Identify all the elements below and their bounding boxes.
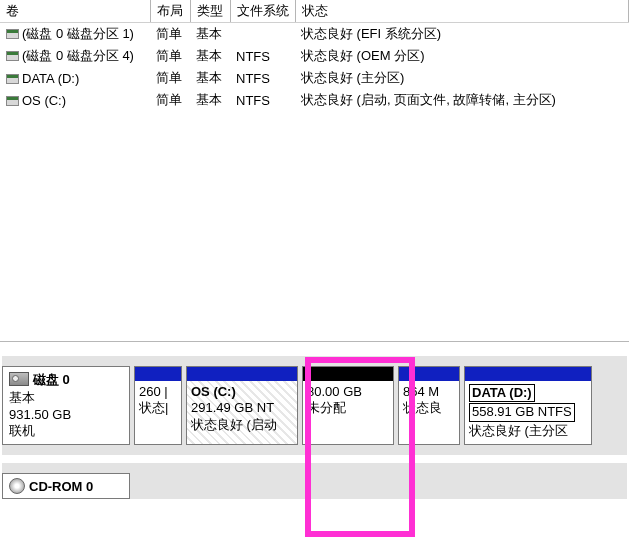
volume-name: OS (C:) [22, 93, 66, 108]
volume-icon [6, 96, 19, 106]
cdrom-icon [9, 478, 25, 494]
volume-name: (磁盘 0 磁盘分区 4) [22, 48, 134, 63]
volume-row[interactable]: DATA (D:)简单基本NTFS状态良好 (主分区) [0, 67, 629, 89]
volume-icon [6, 51, 19, 61]
volume-type: 基本 [190, 67, 230, 89]
partition-block[interactable]: OS (C:)291.49 GB NT状态良好 (启动 [186, 366, 298, 445]
hard-disk-icon [9, 372, 29, 386]
disk-capacity: 931.50 GB [9, 407, 71, 422]
volume-layout: 简单 [150, 67, 190, 89]
disk-label[interactable]: 磁盘 0 基本 931.50 GB 联机 [2, 366, 130, 445]
cdrom-label[interactable]: CD-ROM 0 [2, 473, 130, 499]
volume-type: 基本 [190, 23, 230, 46]
disk-kind: 基本 [9, 390, 35, 405]
partition-body: OS (C:)291.49 GB NT状态良好 (启动 [187, 381, 297, 444]
volume-icon [6, 29, 19, 39]
cdrom-title: CD-ROM 0 [29, 479, 93, 494]
volume-type: 基本 [190, 89, 230, 111]
disk-title: 磁盘 0 [33, 372, 70, 387]
volume-name: DATA (D:) [22, 71, 79, 86]
partition-block[interactable]: 260 |状态| [134, 366, 182, 445]
disk-graphic-pane: 磁盘 0 基本 931.50 GB 联机 260 |状态|OS (C:)291.… [0, 341, 629, 499]
volume-fs: NTFS [230, 67, 295, 89]
volume-status: 状态良好 (OEM 分区) [295, 45, 629, 67]
volume-fs [230, 23, 295, 46]
cdrom-row: CD-ROM 0 [2, 463, 627, 499]
volume-fs: NTFS [230, 89, 295, 111]
volume-name: (磁盘 0 磁盘分区 1) [22, 26, 134, 41]
volume-type: 基本 [190, 45, 230, 67]
col-layout[interactable]: 布局 [150, 0, 190, 23]
partition-body: 260 |状态| [135, 381, 181, 444]
partition-blocks: 260 |状态|OS (C:)291.49 GB NT状态良好 (启动80.00… [134, 366, 627, 445]
partition-block[interactable]: 864 M状态良 [398, 366, 460, 445]
volume-layout: 简单 [150, 45, 190, 67]
partition-body: DATA (D:)558.91 GB NTFS状态良好 (主分区 [465, 381, 591, 444]
partition-body: 80.00 GB未分配 [303, 381, 393, 444]
volume-status: 状态良好 (启动, 页面文件, 故障转储, 主分区) [295, 89, 629, 111]
volume-icon [6, 74, 19, 84]
volume-fs: NTFS [230, 45, 295, 67]
col-type[interactable]: 类型 [190, 0, 230, 23]
partition-stripe [187, 367, 297, 381]
volume-row[interactable]: (磁盘 0 磁盘分区 1)简单基本状态良好 (EFI 系统分区) [0, 23, 629, 46]
partition-stripe [465, 367, 591, 381]
partition-stripe [135, 367, 181, 381]
volume-table: 卷 布局 类型 文件系统 状态 (磁盘 0 磁盘分区 1)简单基本状态良好 (E… [0, 0, 629, 111]
volume-layout: 简单 [150, 89, 190, 111]
partition-stripe [303, 367, 393, 381]
volume-row[interactable]: (磁盘 0 磁盘分区 4)简单基本NTFS状态良好 (OEM 分区) [0, 45, 629, 67]
col-fs[interactable]: 文件系统 [230, 0, 295, 23]
partition-block[interactable]: DATA (D:)558.91 GB NTFS状态良好 (主分区 [464, 366, 592, 445]
volume-row[interactable]: OS (C:)简单基本NTFS状态良好 (启动, 页面文件, 故障转储, 主分区… [0, 89, 629, 111]
partition-body: 864 M状态良 [399, 381, 459, 444]
partition-stripe [399, 367, 459, 381]
col-status[interactable]: 状态 [295, 0, 629, 23]
volume-status: 状态良好 (EFI 系统分区) [295, 23, 629, 46]
volume-layout: 简单 [150, 23, 190, 46]
disk-row: 磁盘 0 基本 931.50 GB 联机 260 |状态|OS (C:)291.… [2, 356, 627, 455]
col-volume[interactable]: 卷 [0, 0, 150, 23]
disk-state: 联机 [9, 423, 35, 438]
volume-status: 状态良好 (主分区) [295, 67, 629, 89]
partition-block[interactable]: 80.00 GB未分配 [302, 366, 394, 445]
